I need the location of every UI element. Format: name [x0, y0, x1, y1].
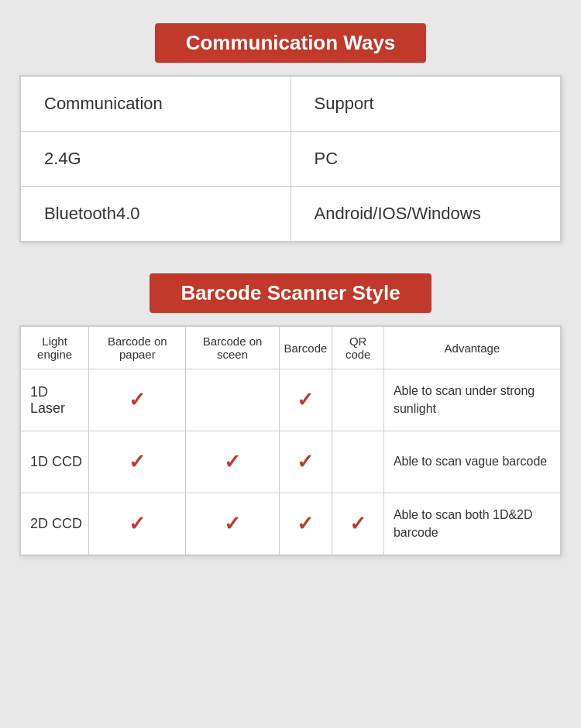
label-1d-laser: 1D Laser — [21, 369, 89, 431]
comm-header-row: Communication Support — [21, 77, 561, 132]
check-2dccd-barcode: ✓ — [279, 493, 332, 555]
comm-cell-android: Android/IOS/Windows — [290, 187, 561, 242]
section1-title: Communication Ways — [155, 23, 427, 63]
advantage-laser: Able to scan under strong sunlight — [383, 369, 560, 431]
barcode-header-advantage: Advantage — [383, 327, 560, 369]
comm-cell-pc: PC — [290, 132, 561, 187]
comm-row-2: Bluetooth4.0 Android/IOS/Windows — [21, 187, 561, 242]
check-ccd-barcode: ✓ — [279, 431, 332, 493]
check-2dccd-screen: ✓ — [186, 493, 279, 555]
barcode-row-2d-ccd: 2D CCD ✓ ✓ ✓ ✓ Able to scan both 1D&2D b… — [21, 493, 561, 555]
barcode-header-engine: Light engine — [21, 327, 89, 369]
comm-header-col2: Support — [290, 77, 561, 132]
section2-title: Barcode Scanner Style — [150, 273, 431, 313]
check-laser-barcode: ✓ — [279, 369, 332, 431]
check-laser-paper: ✓ — [89, 369, 186, 431]
barcode-header-barcode: Barcode — [279, 327, 332, 369]
check-ccd-screen: ✓ — [186, 431, 279, 493]
communication-table-wrapper: Communication Support 2.4G PC Bluetooth4… — [19, 75, 562, 242]
barcode-header-paper: Barcode on papaer — [89, 327, 186, 369]
barcode-table-wrapper: Light engine Barcode on papaer Barcode o… — [19, 325, 562, 556]
comm-cell-24g: 2.4G — [21, 132, 291, 187]
barcode-row-1d-ccd: 1D CCD ✓ ✓ ✓ Able to scan vague barcode — [21, 431, 561, 493]
comm-header-col1: Communication — [21, 77, 291, 132]
comm-cell-bluetooth: Bluetooth4.0 — [21, 187, 291, 242]
check-ccd-qr — [332, 431, 384, 493]
barcode-header-row: Light engine Barcode on papaer Barcode o… — [21, 327, 561, 369]
check-laser-qr — [332, 369, 384, 431]
label-2d-ccd: 2D CCD — [21, 493, 89, 555]
check-2dccd-paper: ✓ — [89, 493, 186, 555]
advantage-2dccd: Able to scan both 1D&2D barcode — [383, 493, 560, 555]
barcode-row-1d-laser: 1D Laser ✓ ✓ Able to scan under strong s… — [21, 369, 561, 431]
barcode-table: Light engine Barcode on papaer Barcode o… — [20, 326, 561, 555]
label-1d-ccd: 1D CCD — [21, 431, 89, 493]
check-2dccd-qr: ✓ — [332, 493, 384, 555]
barcode-header-qr: QR code — [332, 327, 384, 369]
communication-table: Communication Support 2.4G PC Bluetooth4… — [20, 76, 561, 242]
check-laser-screen — [186, 369, 279, 431]
advantage-ccd: Able to scan vague barcode — [383, 431, 560, 493]
barcode-header-screen: Barcode on sceen — [186, 327, 279, 369]
comm-row-1: 2.4G PC — [21, 132, 561, 187]
check-ccd-paper: ✓ — [89, 431, 186, 493]
